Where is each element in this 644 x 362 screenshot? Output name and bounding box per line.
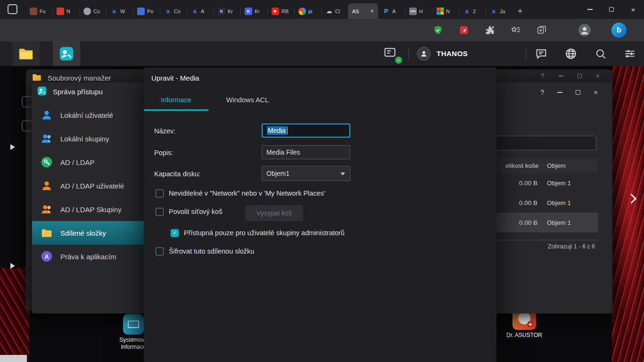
browser-tab[interactable]: aW [106,3,133,19]
pagination-status: Zobrazuji 1 - 6 z 6 [496,243,595,250]
workspace-icon[interactable] [8,4,17,14]
name-input[interactable]: Media [262,123,350,138]
chat-button[interactable] [535,47,548,62]
browser-tab[interactable]: Co [79,3,106,19]
group-icon [41,132,53,145]
tree-expander-icon [10,144,15,150]
table-row[interactable]: 0.00 B Objem 1 [496,173,598,193]
search-button[interactable] [594,48,607,62]
search-icon [594,48,607,60]
browser-tab[interactable]: Fo [25,3,52,19]
browser-tab[interactable]: KKr [214,3,240,19]
sidebar-item-label: Sdílené složky [60,229,106,237]
toolbar-button-ghost [22,120,33,132]
browser-tab[interactable]: aJa [486,3,512,19]
window-title: Souborový manažer [48,74,111,82]
bing-discover-icon[interactable]: b [611,23,627,38]
extensions-puzzle-icon[interactable] [485,25,495,35]
help-button[interactable]: ? [541,72,545,80]
browser-tab[interactable]: PA [378,3,405,19]
tab-informace[interactable]: Informace [144,90,208,109]
wallpaper-red-pattern-bottom-left [0,268,29,362]
maximize-button[interactable] [576,90,580,95]
empty-trash-button: Vysypat koš [245,205,303,221]
sidebar-item-ad-ldap-groups[interactable]: AD / LDAP Skupiny [32,197,144,221]
browser-tab[interactable]: ☁Cl [321,3,348,19]
browser-tab[interactable]: KKr [240,3,267,19]
svg-text:A: A [45,254,49,260]
column-header-recycle-size[interactable]: elikost koše [505,162,539,169]
browser-tab[interactable]: N [52,3,79,19]
browser-tab[interactable]: N [432,3,459,19]
browser-tab[interactable]: pi [294,3,321,19]
user-avatar-icon[interactable] [417,47,431,61]
browser-tab[interactable]: aA [187,3,214,19]
capacity-select[interactable]: Objem1 [262,166,350,181]
shared-folder-icon [41,227,53,239]
collections-icon[interactable] [537,25,547,35]
app-file-manager[interactable] [12,41,40,66]
browser-tab[interactable]: CPUH [405,3,432,19]
table-row-selected[interactable]: 0.00 B Objem 1 [496,213,598,232]
close-button[interactable]: × [596,72,600,80]
browser-tab[interactable]: a2 [459,3,486,19]
favorites-hub-icon[interactable] [511,25,521,35]
sidebar-item-local-users[interactable]: Lokální uživatelé [32,103,144,127]
task-complete-badge: ✓ [395,57,402,64]
group-icon [41,203,53,215]
tab-close-icon[interactable]: × [370,8,374,15]
adguard-extension-icon[interactable] [433,25,443,35]
new-tab-button[interactable]: + [512,3,528,19]
task-monitor-button[interactable]: ✓ [383,46,400,62]
help-button[interactable]: ? [540,88,544,96]
recycle-bin-checkbox[interactable] [156,208,164,216]
admin-only-checkbox[interactable]: ✓ [171,229,179,237]
task-list-icon [383,46,397,59]
sidebar-item-ad-ldap[interactable]: AD / LDAP [32,150,144,174]
browser-tab[interactable]: Po [133,3,160,19]
browser-tab-bar: Fo N Co aW Po aCo aA KKr KKr ▶RB pi ☁Cl … [0,0,644,19]
sidebar-item-ad-ldap-users[interactable]: AD / LDAP uživatelé [32,174,144,197]
red-extension-icon[interactable] [459,25,469,35]
column-header-volume[interactable]: Objem [547,162,566,169]
minimize-button[interactable] [557,92,562,93]
browser-profile-avatar[interactable] [578,24,591,36]
minimize-button[interactable] [559,75,563,76]
tab-windows-acl[interactable]: Windows ACL [215,90,281,109]
browser-tab[interactable]: ▶RB [267,3,294,19]
browser-tab-active[interactable]: AS× [348,3,378,19]
cloud-favicon: ☁ [325,8,333,15]
language-button[interactable] [564,47,578,62]
preferences-button[interactable] [624,48,636,62]
checkbox-row-encrypt: Šifrovat tuto sdílenou složku [156,247,254,256]
access-control-icon [58,46,74,62]
maximize-button[interactable] [578,74,582,78]
favicon-a: a [164,8,172,15]
search-input[interactable] [492,136,596,150]
close-button[interactable]: × [594,88,598,96]
sidebar-item-app-privileges[interactable]: A Práva k aplikacím [32,245,144,268]
folder-icon [17,45,34,62]
app-privileges-icon: A [41,250,53,263]
screen: Systémové informace Dr. ASUSTOR Souborov… [0,0,644,362]
encrypt-checkbox[interactable] [156,247,164,255]
description-input[interactable]: Media Files [262,145,350,159]
minimize-button[interactable] [579,0,601,19]
browser-tab[interactable]: aCo [160,3,187,19]
sidebar-item-shared-folders[interactable]: Sdílené složky [32,221,144,245]
invisible-checkbox[interactable] [156,189,164,197]
extensions-bar [433,23,591,38]
maximize-button[interactable] [601,0,622,19]
sidebar-item-local-groups[interactable]: Lokální skupiny [32,127,144,150]
chevron-down-icon [340,173,345,175]
table-row[interactable]: 0.00 B Objem 1 [496,193,598,213]
description-value: Media Files [266,148,300,156]
favicon [83,8,91,15]
table-divider [496,240,598,240]
app-access-control[interactable] [53,41,80,66]
favicon-p: P [382,8,390,15]
close-button[interactable]: × [622,0,644,19]
username[interactable]: THANOS [437,49,468,58]
capacity-label: Kapacita disku: [154,170,200,178]
favicon [57,8,64,15]
